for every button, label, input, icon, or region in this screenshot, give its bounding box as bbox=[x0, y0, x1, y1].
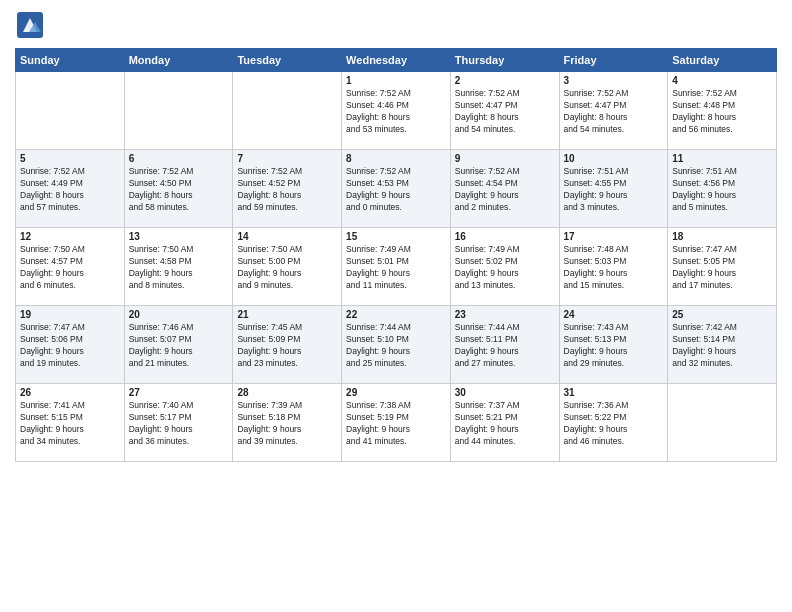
calendar-cell: 30Sunrise: 7:37 AM Sunset: 5:21 PM Dayli… bbox=[450, 384, 559, 462]
calendar-cell: 14Sunrise: 7:50 AM Sunset: 5:00 PM Dayli… bbox=[233, 228, 342, 306]
col-header-saturday: Saturday bbox=[668, 49, 777, 72]
day-number: 23 bbox=[455, 309, 555, 320]
calendar-cell bbox=[233, 72, 342, 150]
day-info: Sunrise: 7:49 AM Sunset: 5:02 PM Dayligh… bbox=[455, 244, 555, 292]
day-info: Sunrise: 7:47 AM Sunset: 5:06 PM Dayligh… bbox=[20, 322, 120, 370]
calendar-cell: 23Sunrise: 7:44 AM Sunset: 5:11 PM Dayli… bbox=[450, 306, 559, 384]
day-number: 14 bbox=[237, 231, 337, 242]
calendar-cell: 6Sunrise: 7:52 AM Sunset: 4:50 PM Daylig… bbox=[124, 150, 233, 228]
day-number: 8 bbox=[346, 153, 446, 164]
day-number: 7 bbox=[237, 153, 337, 164]
day-info: Sunrise: 7:41 AM Sunset: 5:15 PM Dayligh… bbox=[20, 400, 120, 448]
day-number: 21 bbox=[237, 309, 337, 320]
calendar-cell: 12Sunrise: 7:50 AM Sunset: 4:57 PM Dayli… bbox=[16, 228, 125, 306]
day-info: Sunrise: 7:52 AM Sunset: 4:53 PM Dayligh… bbox=[346, 166, 446, 214]
day-info: Sunrise: 7:47 AM Sunset: 5:05 PM Dayligh… bbox=[672, 244, 772, 292]
col-header-sunday: Sunday bbox=[16, 49, 125, 72]
day-number: 6 bbox=[129, 153, 229, 164]
day-number: 29 bbox=[346, 387, 446, 398]
calendar-cell: 9Sunrise: 7:52 AM Sunset: 4:54 PM Daylig… bbox=[450, 150, 559, 228]
calendar-cell: 2Sunrise: 7:52 AM Sunset: 4:47 PM Daylig… bbox=[450, 72, 559, 150]
logo bbox=[15, 10, 49, 40]
calendar-cell: 22Sunrise: 7:44 AM Sunset: 5:10 PM Dayli… bbox=[342, 306, 451, 384]
day-info: Sunrise: 7:52 AM Sunset: 4:46 PM Dayligh… bbox=[346, 88, 446, 136]
day-info: Sunrise: 7:52 AM Sunset: 4:47 PM Dayligh… bbox=[564, 88, 664, 136]
calendar-cell: 11Sunrise: 7:51 AM Sunset: 4:56 PM Dayli… bbox=[668, 150, 777, 228]
day-number: 27 bbox=[129, 387, 229, 398]
calendar-cell bbox=[16, 72, 125, 150]
calendar-cell: 1Sunrise: 7:52 AM Sunset: 4:46 PM Daylig… bbox=[342, 72, 451, 150]
day-info: Sunrise: 7:37 AM Sunset: 5:21 PM Dayligh… bbox=[455, 400, 555, 448]
day-info: Sunrise: 7:52 AM Sunset: 4:54 PM Dayligh… bbox=[455, 166, 555, 214]
day-number: 16 bbox=[455, 231, 555, 242]
day-info: Sunrise: 7:49 AM Sunset: 5:01 PM Dayligh… bbox=[346, 244, 446, 292]
day-info: Sunrise: 7:52 AM Sunset: 4:52 PM Dayligh… bbox=[237, 166, 337, 214]
day-info: Sunrise: 7:39 AM Sunset: 5:18 PM Dayligh… bbox=[237, 400, 337, 448]
calendar-cell: 3Sunrise: 7:52 AM Sunset: 4:47 PM Daylig… bbox=[559, 72, 668, 150]
calendar-cell: 15Sunrise: 7:49 AM Sunset: 5:01 PM Dayli… bbox=[342, 228, 451, 306]
day-number: 22 bbox=[346, 309, 446, 320]
week-row-2: 5Sunrise: 7:52 AM Sunset: 4:49 PM Daylig… bbox=[16, 150, 777, 228]
calendar-cell: 21Sunrise: 7:45 AM Sunset: 5:09 PM Dayli… bbox=[233, 306, 342, 384]
day-number: 20 bbox=[129, 309, 229, 320]
col-header-tuesday: Tuesday bbox=[233, 49, 342, 72]
day-number: 11 bbox=[672, 153, 772, 164]
header bbox=[15, 10, 777, 40]
day-info: Sunrise: 7:52 AM Sunset: 4:48 PM Dayligh… bbox=[672, 88, 772, 136]
calendar-cell: 4Sunrise: 7:52 AM Sunset: 4:48 PM Daylig… bbox=[668, 72, 777, 150]
calendar-cell: 17Sunrise: 7:48 AM Sunset: 5:03 PM Dayli… bbox=[559, 228, 668, 306]
calendar-cell: 5Sunrise: 7:52 AM Sunset: 4:49 PM Daylig… bbox=[16, 150, 125, 228]
day-info: Sunrise: 7:44 AM Sunset: 5:10 PM Dayligh… bbox=[346, 322, 446, 370]
day-info: Sunrise: 7:52 AM Sunset: 4:50 PM Dayligh… bbox=[129, 166, 229, 214]
calendar-cell bbox=[124, 72, 233, 150]
calendar-cell: 25Sunrise: 7:42 AM Sunset: 5:14 PM Dayli… bbox=[668, 306, 777, 384]
calendar-cell: 31Sunrise: 7:36 AM Sunset: 5:22 PM Dayli… bbox=[559, 384, 668, 462]
calendar-cell: 7Sunrise: 7:52 AM Sunset: 4:52 PM Daylig… bbox=[233, 150, 342, 228]
day-info: Sunrise: 7:42 AM Sunset: 5:14 PM Dayligh… bbox=[672, 322, 772, 370]
col-header-thursday: Thursday bbox=[450, 49, 559, 72]
day-number: 30 bbox=[455, 387, 555, 398]
day-number: 10 bbox=[564, 153, 664, 164]
day-info: Sunrise: 7:51 AM Sunset: 4:56 PM Dayligh… bbox=[672, 166, 772, 214]
week-row-3: 12Sunrise: 7:50 AM Sunset: 4:57 PM Dayli… bbox=[16, 228, 777, 306]
day-info: Sunrise: 7:46 AM Sunset: 5:07 PM Dayligh… bbox=[129, 322, 229, 370]
calendar-cell: 20Sunrise: 7:46 AM Sunset: 5:07 PM Dayli… bbox=[124, 306, 233, 384]
col-header-monday: Monday bbox=[124, 49, 233, 72]
day-number: 9 bbox=[455, 153, 555, 164]
day-info: Sunrise: 7:52 AM Sunset: 4:47 PM Dayligh… bbox=[455, 88, 555, 136]
day-info: Sunrise: 7:52 AM Sunset: 4:49 PM Dayligh… bbox=[20, 166, 120, 214]
day-info: Sunrise: 7:51 AM Sunset: 4:55 PM Dayligh… bbox=[564, 166, 664, 214]
day-number: 13 bbox=[129, 231, 229, 242]
day-number: 1 bbox=[346, 75, 446, 86]
day-number: 26 bbox=[20, 387, 120, 398]
page: SundayMondayTuesdayWednesdayThursdayFrid… bbox=[0, 0, 792, 612]
calendar-cell: 28Sunrise: 7:39 AM Sunset: 5:18 PM Dayli… bbox=[233, 384, 342, 462]
col-header-friday: Friday bbox=[559, 49, 668, 72]
calendar-cell bbox=[668, 384, 777, 462]
day-number: 2 bbox=[455, 75, 555, 86]
calendar-cell: 8Sunrise: 7:52 AM Sunset: 4:53 PM Daylig… bbox=[342, 150, 451, 228]
day-info: Sunrise: 7:50 AM Sunset: 4:57 PM Dayligh… bbox=[20, 244, 120, 292]
week-row-5: 26Sunrise: 7:41 AM Sunset: 5:15 PM Dayli… bbox=[16, 384, 777, 462]
calendar-cell: 13Sunrise: 7:50 AM Sunset: 4:58 PM Dayli… bbox=[124, 228, 233, 306]
day-number: 12 bbox=[20, 231, 120, 242]
day-info: Sunrise: 7:36 AM Sunset: 5:22 PM Dayligh… bbox=[564, 400, 664, 448]
calendar-cell: 16Sunrise: 7:49 AM Sunset: 5:02 PM Dayli… bbox=[450, 228, 559, 306]
day-number: 4 bbox=[672, 75, 772, 86]
col-header-wednesday: Wednesday bbox=[342, 49, 451, 72]
day-info: Sunrise: 7:48 AM Sunset: 5:03 PM Dayligh… bbox=[564, 244, 664, 292]
day-number: 28 bbox=[237, 387, 337, 398]
calendar-cell: 24Sunrise: 7:43 AM Sunset: 5:13 PM Dayli… bbox=[559, 306, 668, 384]
day-info: Sunrise: 7:45 AM Sunset: 5:09 PM Dayligh… bbox=[237, 322, 337, 370]
calendar-cell: 18Sunrise: 7:47 AM Sunset: 5:05 PM Dayli… bbox=[668, 228, 777, 306]
calendar-table: SundayMondayTuesdayWednesdayThursdayFrid… bbox=[15, 48, 777, 462]
calendar-cell: 27Sunrise: 7:40 AM Sunset: 5:17 PM Dayli… bbox=[124, 384, 233, 462]
day-number: 25 bbox=[672, 309, 772, 320]
day-number: 18 bbox=[672, 231, 772, 242]
day-number: 17 bbox=[564, 231, 664, 242]
calendar-cell: 29Sunrise: 7:38 AM Sunset: 5:19 PM Dayli… bbox=[342, 384, 451, 462]
week-row-4: 19Sunrise: 7:47 AM Sunset: 5:06 PM Dayli… bbox=[16, 306, 777, 384]
week-row-1: 1Sunrise: 7:52 AM Sunset: 4:46 PM Daylig… bbox=[16, 72, 777, 150]
day-info: Sunrise: 7:43 AM Sunset: 5:13 PM Dayligh… bbox=[564, 322, 664, 370]
day-number: 24 bbox=[564, 309, 664, 320]
